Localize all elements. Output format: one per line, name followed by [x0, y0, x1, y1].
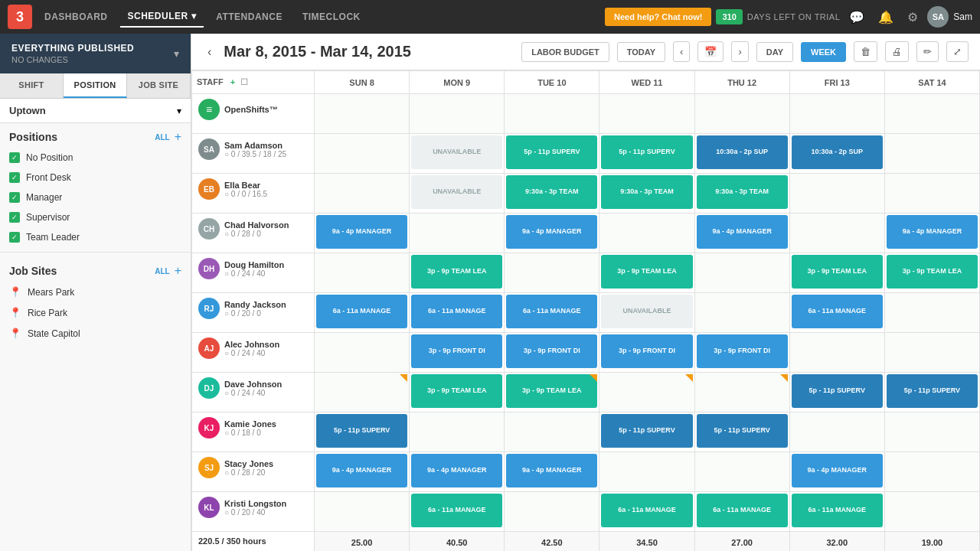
- shift-block[interactable]: 9a - 4p MANAGER: [697, 215, 788, 249]
- schedule-cell[interactable]: [694, 94, 789, 134]
- schedule-cell[interactable]: 5p - 11p SUPERV: [789, 373, 884, 412]
- schedule-cell[interactable]: [410, 94, 505, 134]
- prev-week-button[interactable]: ‹: [203, 42, 216, 62]
- schedule-cell[interactable]: 3p - 9p TEAM LEA: [599, 253, 694, 293]
- tab-shift[interactable]: SHIFT: [0, 73, 64, 98]
- schedule-cell[interactable]: 9a - 4p MANAGER: [410, 452, 505, 492]
- shift-block[interactable]: 9a - 4p MANAGER: [506, 454, 597, 487]
- user-name[interactable]: Sam: [953, 11, 972, 22]
- shift-block[interactable]: 6a - 11a MANAGE: [601, 494, 692, 527]
- schedule-cell[interactable]: 3p - 9p TEAM LEA: [884, 253, 979, 293]
- schedule-cell[interactable]: 10:30a - 2p SUP: [789, 134, 884, 174]
- schedule-cell[interactable]: [789, 94, 884, 134]
- shift-block[interactable]: 6a - 11a MANAGE: [411, 295, 502, 328]
- shift-block[interactable]: 6a - 11a MANAGE: [697, 494, 788, 527]
- schedule-cell[interactable]: 6a - 11a MANAGE: [789, 293, 884, 333]
- select-all-icon[interactable]: ☐: [240, 77, 248, 86]
- shift-block[interactable]: 9:30a - 3p TEAM: [601, 175, 692, 209]
- position-item-manager[interactable]: ✓ Manager: [0, 187, 191, 207]
- schedule-cell[interactable]: 9a - 4p MANAGER: [315, 452, 410, 492]
- chat-now-button[interactable]: Need help? Chat now!: [605, 8, 712, 26]
- position-item-no-position[interactable]: ✓ No Position: [0, 148, 191, 168]
- schedule-cell[interactable]: UNAVAILABLE: [599, 293, 694, 333]
- schedule-cell[interactable]: 9a - 4p MANAGER: [694, 214, 789, 253]
- add-position-button[interactable]: +: [175, 131, 181, 143]
- schedule-cell[interactable]: 10:30a - 2p SUP: [694, 134, 789, 174]
- schedule-cell[interactable]: 3p - 9p TEAM LEA: [789, 253, 884, 293]
- position-checkbox-no-position[interactable]: ✓: [9, 152, 20, 163]
- schedule-cell[interactable]: 5p - 11p SUPERV: [599, 412, 694, 452]
- notifications-icon[interactable]: 🔔: [874, 7, 898, 28]
- settings-icon[interactable]: ⚙: [903, 7, 923, 28]
- add-staff-icon[interactable]: +: [230, 77, 235, 86]
- shift-block[interactable]: 5p - 11p SUPERV: [506, 135, 597, 169]
- tab-jobsite[interactable]: JOB SITE: [127, 73, 191, 98]
- publish-banner[interactable]: EVERYTHING PUBLISHED NO CHANGES ▾: [0, 34, 191, 73]
- schedule-cell[interactable]: 9a - 4p MANAGER: [505, 452, 599, 492]
- jobsites-all-button[interactable]: ALL: [155, 267, 169, 276]
- schedule-cell[interactable]: 3p - 9p FRONT DI: [599, 333, 694, 373]
- shift-block[interactable]: 9a - 4p MANAGER: [506, 215, 597, 249]
- schedule-cell[interactable]: UNAVAILABLE: [410, 134, 505, 174]
- shift-block[interactable]: 6a - 11a MANAGE: [792, 494, 883, 527]
- position-item-front-desk[interactable]: ✓ Front Desk: [0, 168, 191, 187]
- schedule-cell[interactable]: 9a - 4p MANAGER: [315, 214, 410, 253]
- print-icon[interactable]: 🖨: [885, 41, 909, 62]
- nav-attendance[interactable]: ATTENDANCE: [208, 7, 290, 27]
- schedule-cell[interactable]: 5p - 11p SUPERV: [694, 412, 789, 452]
- calendar-icon[interactable]: 📅: [697, 41, 724, 62]
- prev-nav-icon[interactable]: ‹: [673, 41, 690, 62]
- position-item-supervisor[interactable]: ✓ Supervisor: [0, 207, 191, 227]
- schedule-cell[interactable]: 3p - 9p FRONT DI: [694, 333, 789, 373]
- schedule-cell[interactable]: 6a - 11a MANAGE: [505, 293, 599, 333]
- shift-block[interactable]: 6a - 11a MANAGE: [316, 295, 407, 328]
- schedule-cell[interactable]: 5p - 11p SUPERV: [315, 412, 410, 452]
- labor-budget-button[interactable]: LABOR BUDGET: [521, 42, 609, 62]
- schedule-cell[interactable]: 3p - 9p TEAM LEA: [505, 373, 599, 412]
- schedule-cell[interactable]: 6a - 11a MANAGE: [694, 492, 789, 532]
- shift-block[interactable]: 6a - 11a MANAGE: [411, 494, 502, 527]
- nav-dashboard[interactable]: DASHBOARD: [37, 7, 116, 27]
- schedule-cell[interactable]: 6a - 11a MANAGE: [789, 492, 884, 532]
- schedule-cell[interactable]: 9:30a - 3p TEAM: [599, 174, 694, 214]
- schedule-cell[interactable]: 9:30a - 3p TEAM: [505, 174, 599, 214]
- jobsite-item-mears-park[interactable]: 📍 Mears Park: [0, 282, 191, 302]
- shift-block[interactable]: 3p - 9p TEAM LEA: [601, 255, 692, 289]
- shift-block[interactable]: 5p - 11p SUPERV: [601, 135, 692, 169]
- shift-block[interactable]: 9a - 4p MANAGER: [316, 215, 407, 249]
- positions-all-button[interactable]: ALL: [155, 133, 169, 142]
- schedule-cell[interactable]: 6a - 11a MANAGE: [410, 293, 505, 333]
- shift-block[interactable]: 3p - 9p FRONT DI: [697, 334, 788, 368]
- jobsite-item-state-capitol[interactable]: 📍 State Capitol: [0, 323, 191, 344]
- shift-block[interactable]: 5p - 11p SUPERV: [887, 374, 978, 408]
- position-checkbox-team-leader[interactable]: ✓: [9, 232, 20, 243]
- position-checkbox-front-desk[interactable]: ✓: [9, 172, 20, 183]
- schedule-cell[interactable]: [884, 94, 979, 134]
- nav-scheduler[interactable]: SCHEDULER ▾: [120, 6, 204, 28]
- position-item-team-leader[interactable]: ✓ Team Leader: [0, 227, 191, 247]
- shift-block[interactable]: 5p - 11p SUPERV: [601, 414, 692, 448]
- position-checkbox-manager[interactable]: ✓: [9, 192, 20, 203]
- schedule-cell[interactable]: 3p - 9p FRONT DI: [505, 333, 599, 373]
- shift-block[interactable]: 5p - 11p SUPERV: [792, 374, 883, 408]
- tab-position[interactable]: POSITION: [64, 73, 127, 98]
- shift-block[interactable]: 9a - 4p MANAGER: [316, 454, 407, 487]
- schedule-cell[interactable]: 9a - 4p MANAGER: [789, 452, 884, 492]
- schedule-cell[interactable]: 5p - 11p SUPERV: [884, 373, 979, 412]
- schedule-cell[interactable]: 6a - 11a MANAGE: [599, 492, 694, 532]
- next-nav-icon[interactable]: ›: [731, 41, 748, 62]
- schedule-cell[interactable]: [315, 94, 410, 134]
- nav-timeclock[interactable]: TIMECLOCK: [295, 7, 368, 27]
- schedule-cell[interactable]: 3p - 9p FRONT DI: [410, 333, 505, 373]
- shift-block[interactable]: 6a - 11a MANAGE: [792, 295, 883, 328]
- shift-block[interactable]: 3p - 9p FRONT DI: [411, 334, 502, 368]
- jobsite-item-rice-park[interactable]: 📍 Rice Park: [0, 302, 191, 323]
- schedule-cell[interactable]: 6a - 11a MANAGE: [315, 293, 410, 333]
- schedule-cell[interactable]: UNAVAILABLE: [410, 174, 505, 214]
- shift-block[interactable]: 5p - 11p SUPERV: [316, 414, 407, 448]
- schedule-cell[interactable]: 6a - 11a MANAGE: [410, 492, 505, 532]
- schedule-cell[interactable]: 9a - 4p MANAGER: [505, 214, 599, 253]
- shift-block[interactable]: 3p - 9p TEAM LEA: [411, 255, 502, 289]
- shift-block[interactable]: 9a - 4p MANAGER: [887, 215, 978, 249]
- expand-icon[interactable]: ⤢: [946, 41, 969, 62]
